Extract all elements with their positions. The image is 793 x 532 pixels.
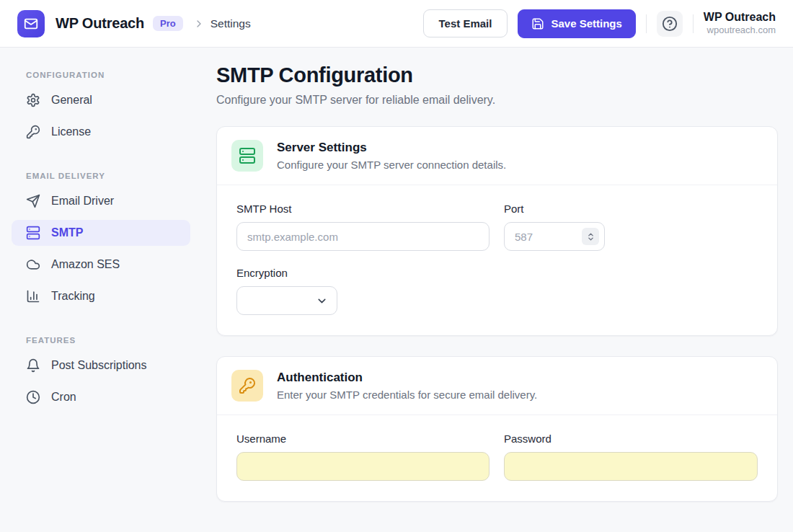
card-subtitle: Configure your SMTP server connection de… [277,159,506,171]
sidebar-section-features: FEATURES Post Subscriptions Cron [12,336,190,410]
card-title: Authentication [277,371,537,385]
gear-icon [26,93,40,107]
breadcrumb: Settings [211,17,251,30]
main-content: SMTP Configuration Configure your SMTP s… [190,48,793,532]
clock-icon [26,390,40,404]
card-title: Server Settings [277,141,506,155]
password-label: Password [504,433,758,445]
brand: WP Outreach Pro Settings [17,10,251,37]
card-header: Authentication Enter your SMTP credentia… [217,357,777,415]
chevron-right-icon [193,18,205,30]
smtp-host-label: SMTP Host [236,203,489,215]
sidebar-item-label: Amazon SES [51,258,120,271]
help-circle-icon [662,16,678,32]
sidebar-item-label: Cron [51,391,76,404]
username-input[interactable] [236,452,489,481]
top-bar: WP Outreach Pro Settings Test Email Save… [0,0,793,48]
save-settings-label: Save Settings [551,17,621,30]
smtp-host-input[interactable] [236,222,489,251]
app-name: WP Outreach [56,15,144,32]
sidebar-item-cron[interactable]: Cron [12,384,190,410]
chart-icon [26,289,40,303]
chevron-down-icon [316,295,328,307]
page-title: SMTP Configuration [216,63,778,87]
sidebar-item-general[interactable]: General [12,87,190,113]
sidebar-item-post-subscriptions[interactable]: Post Subscriptions [12,353,190,378]
sidebar-section-email-delivery: EMAIL DELIVERY Email Driver SMTP Amazon … [12,172,190,309]
account-name: WP Outreach [704,10,776,25]
sidebar-item-license[interactable]: License [12,119,190,145]
send-icon [26,194,40,208]
card-header-text: Server Settings Configure your SMTP serv… [277,141,506,171]
section-label: EMAIL DELIVERY [26,172,190,180]
authentication-card: Authentication Enter your SMTP credentia… [216,356,778,502]
card-header-text: Authentication Enter your SMTP credentia… [277,371,537,401]
card-body: Username Password [217,415,777,501]
section-label: CONFIGURATION [26,71,190,79]
page-subtitle: Configure your SMTP server for reliable … [216,94,778,107]
password-input[interactable] [504,452,758,481]
divider [646,14,647,33]
username-field-group: Username [236,433,489,481]
pro-badge: Pro [153,16,183,31]
port-label: Port [504,203,758,215]
server-settings-card: Server Settings Configure your SMTP serv… [216,126,778,336]
envelope-icon [23,16,39,32]
sidebar-item-label: General [51,94,92,107]
sidebar-item-label: License [51,125,91,138]
sidebar: CONFIGURATION General License EMAIL DELI… [0,48,190,532]
sidebar-item-amazon-ses[interactable]: Amazon SES [12,252,190,278]
sidebar-item-label: Tracking [51,290,95,303]
sidebar-item-smtp[interactable]: SMTP [12,220,190,246]
password-field-group: Password [504,433,758,481]
number-stepper[interactable] [582,228,599,245]
encryption-field-group: Encryption [236,267,758,315]
section-label: FEATURES [26,336,190,345]
card-subtitle: Enter your SMTP credentials for secure e… [277,389,537,401]
key-icon [231,370,263,402]
cloud-icon [26,257,40,272]
card-header: Server Settings Configure your SMTP serv… [217,127,777,185]
username-label: Username [236,433,489,445]
bell-icon [26,358,40,373]
account-info: WP Outreach wpoutreach.com [704,10,776,37]
sidebar-item-label: Email Driver [51,195,114,208]
encryption-label: Encryption [236,267,758,279]
test-email-button[interactable]: Test Email [423,9,508,37]
chevrons-up-down-icon [586,232,595,241]
sidebar-item-email-driver[interactable]: Email Driver [12,188,190,214]
app-logo [17,10,45,37]
divider [693,14,694,33]
sidebar-item-label: SMTP [51,226,83,239]
help-button[interactable] [657,11,683,37]
server-icon [231,140,263,172]
sidebar-section-configuration: CONFIGURATION General License [12,71,190,145]
sidebar-item-tracking[interactable]: Tracking [12,283,190,309]
page-layout: CONFIGURATION General License EMAIL DELI… [0,48,793,532]
encryption-select[interactable] [236,286,337,315]
account-domain: wpoutreach.com [704,25,776,37]
sidebar-item-label: Post Subscriptions [51,359,147,372]
card-body: SMTP Host Port [217,185,777,335]
save-settings-button[interactable]: Save Settings [518,9,635,38]
server-icon [26,226,40,240]
smtp-host-field-group: SMTP Host [236,203,489,251]
save-floppy-icon [531,17,544,30]
key-icon [26,125,40,139]
port-field-group: Port [504,203,758,251]
top-bar-actions: Test Email Save Settings WP Outreach wpo… [423,9,776,38]
